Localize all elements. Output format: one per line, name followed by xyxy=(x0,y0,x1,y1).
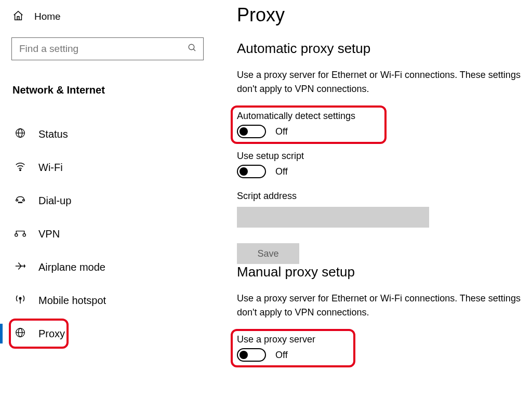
sidebar-item-vpn[interactable]: VPN xyxy=(11,221,218,247)
sidebar-item-label: Airplane mode xyxy=(38,261,105,273)
sidebar-item-status[interactable]: Status xyxy=(11,121,218,147)
manual-desc: Use a proxy server for Ethernet or Wi-Fi… xyxy=(237,292,528,320)
auto-detect-toggle[interactable] xyxy=(237,125,266,138)
vpn-icon xyxy=(14,227,27,241)
sidebar-item-label: Mobile hotspot xyxy=(38,295,106,307)
sidebar-item-dialup[interactable]: Dial-up xyxy=(11,188,218,214)
settings-content: Proxy Automatic proxy setup Use a proxy … xyxy=(218,0,532,410)
use-proxy-label: Use a proxy server xyxy=(237,334,356,345)
hotspot-icon xyxy=(14,294,27,308)
sidebar-nav: Status Wi-Fi Dial-up xyxy=(11,121,218,347)
use-proxy-toggle[interactable] xyxy=(237,348,266,362)
home-button[interactable]: Home xyxy=(11,5,218,28)
manual-heading: Manual proxy setup xyxy=(237,264,528,280)
use-proxy-block: Use a proxy server Off xyxy=(237,334,356,362)
sidebar-item-hotspot[interactable]: Mobile hotspot xyxy=(11,287,218,313)
wifi-icon xyxy=(14,161,27,175)
svg-point-5 xyxy=(20,169,21,170)
home-label: Home xyxy=(34,11,61,22)
script-address-input[interactable] xyxy=(237,207,429,228)
auto-detect-state: Off xyxy=(275,126,288,137)
sidebar-item-label: Dial-up xyxy=(38,195,71,207)
search-icon xyxy=(188,43,197,55)
sidebar-item-label: VPN xyxy=(38,228,60,240)
dialup-icon xyxy=(14,194,27,208)
auto-detect-block: Automatically detect settings Off xyxy=(237,111,388,138)
auto-desc: Use a proxy server for Ethernet or Wi-Fi… xyxy=(237,68,528,96)
sidebar-item-label: Wi-Fi xyxy=(38,162,63,174)
svg-point-0 xyxy=(189,44,194,50)
sidebar-item-airplane[interactable]: Airplane mode xyxy=(11,254,218,280)
use-proxy-state: Off xyxy=(275,350,288,361)
svg-point-12 xyxy=(23,233,25,236)
airplane-icon xyxy=(14,260,27,274)
search-input[interactable] xyxy=(18,43,188,55)
globe-icon xyxy=(14,127,27,141)
search-input-wrap[interactable] xyxy=(11,37,204,60)
svg-rect-7 xyxy=(23,200,25,201)
sidebar-category: Network & Internet xyxy=(11,84,218,96)
svg-point-8 xyxy=(18,202,19,203)
svg-line-1 xyxy=(193,49,195,51)
page-title: Proxy xyxy=(237,4,528,26)
svg-point-13 xyxy=(19,297,21,299)
svg-rect-6 xyxy=(16,200,18,201)
svg-point-10 xyxy=(21,202,22,203)
script-address-label: Script address xyxy=(237,191,528,202)
setup-script-block: Use setup script Off xyxy=(237,151,528,178)
svg-point-9 xyxy=(20,202,21,203)
setup-script-label: Use setup script xyxy=(237,151,528,162)
auto-detect-label: Automatically detect settings xyxy=(237,111,388,122)
sidebar-item-proxy[interactable]: Proxy xyxy=(11,321,218,347)
setup-script-state: Off xyxy=(275,166,288,177)
svg-point-11 xyxy=(15,233,18,236)
sidebar-item-label: Proxy xyxy=(38,328,65,340)
auto-heading: Automatic proxy setup xyxy=(237,41,528,57)
setup-script-toggle[interactable] xyxy=(237,165,266,178)
home-icon xyxy=(11,10,25,24)
globe-icon xyxy=(14,327,27,341)
save-button[interactable]: Save xyxy=(237,243,299,264)
sidebar-item-wifi[interactable]: Wi-Fi xyxy=(11,154,218,180)
settings-sidebar: Home Network & Internet Status xyxy=(0,0,218,410)
sidebar-item-label: Status xyxy=(38,128,68,140)
